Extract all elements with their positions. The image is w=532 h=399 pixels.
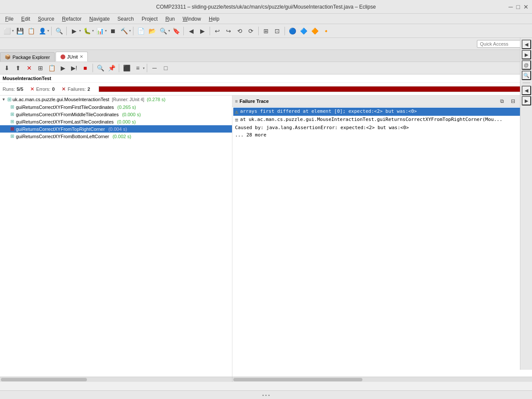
sidebar-btn-3[interactable]: @	[522, 60, 531, 70]
tree-item[interactable]: ⊞guiReturnsCorrectXYFromBottomLeftCorner…	[0, 133, 232, 140]
extra-btn1[interactable]: 🔵	[287, 26, 297, 36]
nav-back-button[interactable]: ◀	[186, 26, 196, 36]
open-button[interactable]: 👤	[37, 26, 47, 36]
extra-btn4[interactable]: 🔸	[321, 26, 331, 36]
search-button[interactable]: 🔍	[158, 26, 168, 36]
build-button-group[interactable]: 🔨 ▾	[119, 26, 131, 36]
sidebar-btn-5[interactable]: ◀	[522, 86, 531, 95]
undo-button[interactable]: ↩	[212, 26, 223, 36]
sidebar-btn-2[interactable]: ▶	[522, 50, 531, 59]
junit-layout-button[interactable]: ⊞	[35, 63, 46, 73]
tree-root-item[interactable]: ▼ ⊞ uk.ac.man.cs.puzzle.gui.MouseInterac…	[0, 96, 232, 103]
tab-package-explorer[interactable]: 📦 Package Explorer	[0, 52, 55, 62]
new-button[interactable]: ⬜	[2, 26, 12, 36]
trace-line[interactable]: ... 28 more	[233, 131, 531, 139]
menu-source[interactable]: Source	[34, 15, 58, 23]
trace-line[interactable]: Caused by: java.lang.AssertionError: exp…	[233, 124, 531, 131]
undo2-button[interactable]: ⟲	[235, 26, 245, 36]
menu-edit[interactable]: Edit	[18, 15, 34, 23]
debug-dropdown-arrow[interactable]: ▾	[92, 29, 94, 33]
junit-stop-button[interactable]: ■	[80, 63, 90, 73]
extra-btn2[interactable]: 🔷	[298, 26, 309, 36]
trace-line[interactable]: ≡at uk.ac.man.cs.puzzle.gui.MouseInterac…	[233, 116, 531, 124]
right-scrollbar[interactable]	[232, 377, 532, 382]
previous-edit-button[interactable]: 🔍	[54, 26, 64, 36]
tree-expand-icon[interactable]: ▼	[2, 97, 6, 102]
test-item-icon: ⊞	[10, 119, 14, 124]
menu-refactor[interactable]: Refactor	[59, 15, 85, 23]
redo2-button[interactable]: ⟳	[246, 26, 256, 36]
debug-button-group[interactable]: 🐛 ▾	[82, 26, 94, 36]
save-button[interactable]: 💾	[15, 26, 25, 36]
left-scroll-thumb[interactable]	[1, 378, 87, 381]
open-resource-button[interactable]: 📂	[147, 26, 157, 36]
sidebar-btn-1[interactable]: ◀	[522, 40, 531, 49]
maximize-button[interactable]: □	[517, 3, 520, 10]
junit-pin-button[interactable]: 📌	[106, 63, 117, 73]
junit-view-menu[interactable]: ≡ ▾	[133, 63, 145, 73]
new-button-group[interactable]: ⬜ ▾	[2, 26, 14, 36]
junit-tab-close[interactable]: ✕	[80, 54, 83, 59]
nav-forward-button[interactable]: ▶	[197, 26, 207, 36]
save-all-button[interactable]: 📋	[26, 26, 36, 36]
junit-rerun-button[interactable]: ▶	[58, 63, 68, 73]
junit-minimize-button[interactable]: ─	[149, 63, 160, 73]
right-scroll-thumb[interactable]	[233, 378, 362, 381]
sep-2	[66, 27, 67, 35]
redo-button[interactable]: ↪	[223, 26, 234, 36]
coverage-dropdown-arrow[interactable]: ▾	[105, 29, 107, 33]
minimize-button[interactable]: ─	[509, 3, 513, 10]
sidebar-btn-4[interactable]: 🔍	[522, 71, 531, 80]
tree-item[interactable]: ⊞guiReturnsCorrectXYFromLastTileCoordina…	[0, 118, 232, 125]
quick-access-bar	[0, 38, 532, 50]
build-dropdown-arrow[interactable]: ▾	[129, 29, 131, 33]
close-button[interactable]: ✕	[523, 3, 529, 10]
junit-next-fail-button[interactable]: ⬇	[2, 63, 12, 73]
run-button-group[interactable]: ▶ ▾	[69, 26, 81, 36]
extra-btn3[interactable]: 🔶	[309, 26, 320, 36]
junit-prev-fail-button[interactable]: ⬆	[13, 63, 23, 73]
junit-menu-arrow[interactable]: ▾	[143, 66, 145, 70]
coverage-button[interactable]: 📊	[95, 26, 105, 36]
run-dropdown-arrow[interactable]: ▾	[79, 29, 81, 33]
tree-item[interactable]: ⊠guiReturnsCorrectXYFromTopRightCorner(0…	[0, 125, 232, 133]
junit-rerun-fail-button[interactable]: ▶!	[69, 63, 79, 73]
coverage-button-group[interactable]: 📊 ▾	[95, 26, 107, 36]
menu-project[interactable]: Project	[138, 15, 161, 23]
perspective-open-button[interactable]: ⊡	[272, 26, 282, 36]
menu-run[interactable]: Run	[162, 15, 178, 23]
junit-error-button[interactable]: ✕	[24, 63, 34, 73]
menu-help[interactable]: Help	[205, 15, 223, 23]
junit-search-button[interactable]: 🔍	[95, 63, 105, 73]
tree-item[interactable]: ⊞guiReturnsCorrectXYFromMiddleTileCoordi…	[0, 111, 232, 118]
run-button[interactable]: ▶	[69, 26, 79, 36]
left-scrollbar[interactable]	[0, 377, 232, 382]
open-type-button[interactable]: 📄	[136, 26, 146, 36]
test-item-time: (0.000 s)	[122, 112, 141, 117]
junit-maximize-button[interactable]: □	[161, 63, 171, 73]
menu-search[interactable]: Search	[114, 15, 137, 23]
menu-window[interactable]: Window	[179, 15, 204, 23]
trace-line[interactable]: ⚠arrays first differed at element [0]; e…	[233, 108, 531, 116]
search-dropdown-arrow[interactable]: ▾	[168, 29, 170, 33]
junit-history-button[interactable]: 📋	[46, 63, 57, 73]
build-button[interactable]: 🔨	[119, 26, 129, 36]
test-item-name: guiReturnsCorrectXYFromLastTileCoordinat…	[16, 119, 114, 124]
trace-expand-button[interactable]: ⊟	[508, 96, 518, 106]
junit-menu-button[interactable]: ≡	[133, 63, 143, 73]
stop-button[interactable]: ⏹	[108, 26, 118, 36]
menu-navigate[interactable]: Navigate	[86, 15, 113, 23]
debug-button[interactable]: 🐛	[82, 26, 92, 36]
tree-item[interactable]: ⊞guiReturnsCorrectXYFromFirstTileCoordin…	[0, 103, 232, 111]
open-button-group[interactable]: 👤 ▾	[37, 26, 49, 36]
trace-copy-button[interactable]: ⧉	[497, 96, 507, 106]
mark-button[interactable]: 🔖	[171, 26, 181, 36]
sidebar-btn-6[interactable]: ▶	[522, 96, 531, 105]
open-dropdown-arrow[interactable]: ▾	[47, 29, 49, 33]
tab-junit[interactable]: ⬤ JUnit ✕	[56, 52, 88, 62]
menu-file[interactable]: File	[2, 15, 17, 23]
perspectives-button[interactable]: ⊞	[261, 26, 271, 36]
new-dropdown-arrow[interactable]: ▾	[12, 29, 14, 33]
search-button-group[interactable]: 🔍 ▾	[158, 26, 170, 36]
junit-orient-button[interactable]: ⬛	[121, 63, 132, 73]
